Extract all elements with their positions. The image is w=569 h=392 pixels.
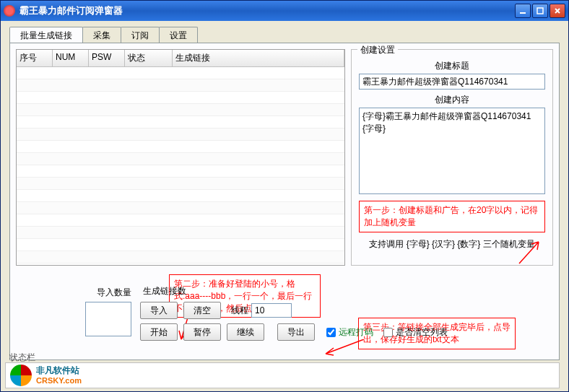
create-settings-group: 创建设置 创建标题 创建内容 第一步：创建标题和广告，在20字以内，记得加上随机…	[351, 49, 553, 266]
close-button[interactable]	[550, 4, 565, 18]
import-count-box	[85, 302, 131, 336]
remote-code-check-label: 远程打码	[339, 326, 373, 339]
main-area: 序号 NUM PSW 状态 生成链接	[16, 49, 553, 266]
table-row	[17, 141, 344, 153]
status-bar: 非凡软件站 CRSKY.com	[5, 362, 560, 388]
import-button[interactable]: 导入	[140, 302, 178, 319]
table-row	[17, 165, 344, 178]
start-button[interactable]: 开始	[140, 323, 178, 341]
table-row	[17, 251, 344, 263]
thread-input[interactable]	[251, 303, 292, 318]
titlebar: 霸王暴力邮件订阅弹窗器	[1, 1, 568, 21]
svg-rect-1	[537, 8, 543, 14]
tab-label: 订阅	[131, 30, 149, 40]
brand-name-cn: 非凡软件站	[36, 365, 82, 375]
pause-button[interactable]: 暂停	[183, 323, 221, 341]
remote-code-check-input[interactable]	[326, 328, 336, 337]
tab-page: 序号 NUM PSW 状态 生成链接	[9, 43, 560, 360]
svg-rect-0	[520, 12, 526, 14]
table-row	[17, 227, 344, 239]
table-row	[17, 104, 344, 116]
brand-name-en: CRSKY.com	[36, 376, 82, 386]
window-title: 霸王暴力邮件订阅弹窗器	[19, 4, 515, 17]
gen-count-label: 生成链接数	[143, 286, 186, 296]
right-panel: 创建设置 创建标题 创建内容 第一步：创建标题和广告，在20字以内，记得加上随机…	[351, 49, 553, 266]
window-control-buttons	[515, 4, 565, 18]
tab-label: 批量生成链接	[20, 30, 72, 40]
minimize-button[interactable]	[515, 4, 531, 18]
title-label: 创建标题	[359, 60, 545, 72]
export-button[interactable]: 导出	[277, 323, 315, 341]
col-psw: PSW	[89, 50, 125, 66]
col-num: NUM	[53, 50, 89, 66]
col-status: 状态	[125, 50, 173, 66]
table-row	[17, 92, 344, 104]
table-row	[17, 129, 344, 141]
tab-label: 设置	[170, 30, 187, 40]
table-row	[17, 153, 344, 165]
table-row	[17, 214, 344, 227]
step1-note: 第一步：创建标题和广告，在20字以内，记得加上随机变量	[359, 201, 545, 232]
support-text: 支持调用 {字母} {汉字} {数字} 三个随机变量	[359, 238, 545, 251]
client-area: 批量生成链接 采集 订阅 设置 序号 NUM PSW 状态 生成链接	[1, 21, 568, 391]
table-row	[17, 79, 344, 92]
tab-label: 采集	[93, 30, 110, 40]
tab-batch-generate[interactable]: 批量生成链接	[9, 27, 83, 43]
tab-subscribe[interactable]: 订阅	[121, 27, 160, 43]
link-table[interactable]: 序号 NUM PSW 状态 生成链接	[16, 49, 345, 266]
table-row	[17, 178, 344, 190]
clear-list-check-input[interactable]	[383, 328, 393, 337]
table-row	[17, 190, 344, 202]
app-window: 霸王暴力邮件订阅弹窗器 批量生成链接 采集 订阅 设置	[0, 0, 569, 392]
col-index: 序号	[17, 50, 53, 66]
continue-button[interactable]: 继续	[227, 323, 264, 341]
table-header: 序号 NUM PSW 状态 生成链接	[17, 50, 344, 67]
col-link: 生成链接	[173, 50, 344, 66]
remote-code-checkbox[interactable]: 远程打码	[326, 326, 373, 339]
content-label: 创建内容	[359, 94, 545, 106]
maximize-button[interactable]	[532, 4, 548, 18]
table-row	[17, 67, 344, 79]
clear-list-checkbox[interactable]: 是否清空列表	[383, 326, 448, 339]
brand-logo-icon	[10, 365, 32, 386]
table-row	[17, 116, 344, 129]
clear-list-check-label: 是否清空列表	[396, 326, 448, 339]
title-input[interactable]	[359, 74, 545, 90]
import-count-label: 导入数量	[97, 287, 131, 297]
content-input[interactable]	[359, 108, 545, 194]
brand-text: 非凡软件站 CRSKY.com	[36, 365, 82, 386]
thread-label: 线程	[231, 305, 248, 317]
table-row	[17, 202, 344, 214]
group-title: 创建设置	[357, 44, 398, 56]
bottom-controls: 导入数量 生成链接数 导入 清空 线程 开始 暂停	[16, 285, 553, 354]
app-icon	[4, 5, 15, 17]
table-row	[17, 239, 344, 251]
table-body	[17, 67, 344, 269]
tab-settings[interactable]: 设置	[159, 27, 198, 43]
clear-button[interactable]: 清空	[183, 302, 221, 319]
tab-bar: 批量生成链接 采集 订阅 设置	[9, 27, 560, 43]
tab-collect[interactable]: 采集	[82, 27, 121, 43]
